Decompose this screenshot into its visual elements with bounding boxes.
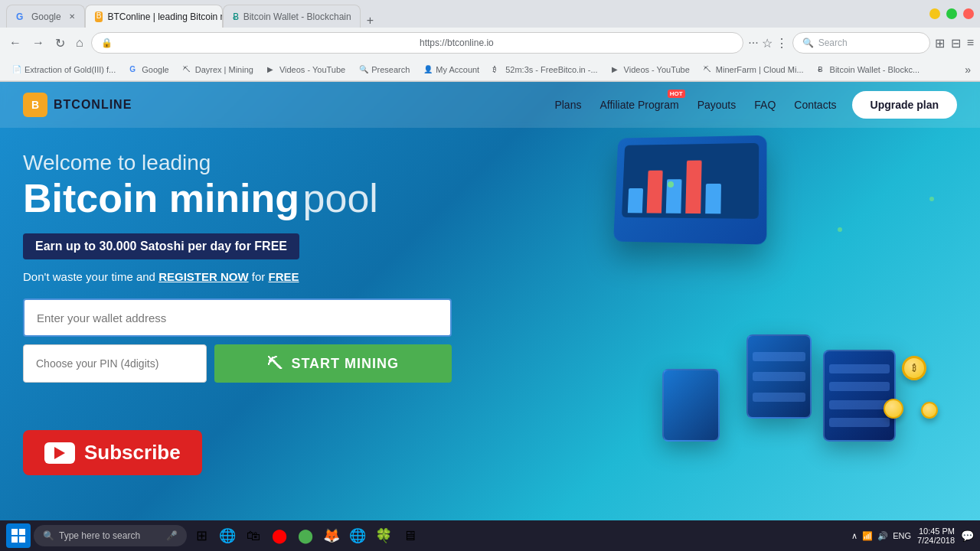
- forward-button[interactable]: →: [29, 33, 47, 53]
- chrome-icon[interactable]: 🌐: [346, 524, 369, 547]
- hero-badge: Earn up to 30.000 Satoshi per day for FR…: [23, 233, 299, 259]
- wallet-address-input[interactable]: [23, 298, 452, 337]
- bookmark-favicon: G: [129, 65, 139, 74]
- nav-affiliate[interactable]: Affiliate Program: [599, 99, 678, 111]
- bookmark-blockchain[interactable]: Ƀ Bitcoin Wallet - Blockc...: [812, 64, 926, 76]
- bookmark-minerfarm[interactable]: ⛏ MinerFarm | Cloud Mi...: [697, 64, 810, 76]
- bookmark-youtube1[interactable]: ▶ Videos - YouTube: [261, 64, 351, 76]
- browser-search-bar[interactable]: 🔍 Search: [792, 32, 930, 54]
- refresh-button[interactable]: ↻: [52, 33, 68, 54]
- tab-google-label: Google: [31, 11, 61, 22]
- browser-chrome: G Google ✕ B BTConline | leading Bitcoin…: [0, 0, 980, 82]
- start-mining-button[interactable]: ⛏ START MINING: [214, 344, 452, 383]
- mining-form: ⛏ START MINING: [23, 298, 452, 383]
- nav-plans[interactable]: Plans: [554, 99, 581, 111]
- network-icon[interactable]: 📶: [862, 531, 873, 541]
- svg-rect-3: [19, 536, 25, 543]
- store-icon[interactable]: 🛍: [242, 524, 265, 547]
- taskbar-time-display: 10:45 PM: [917, 527, 955, 536]
- bookmark-favicon: Ƀ: [818, 65, 827, 74]
- back-button[interactable]: ←: [6, 33, 24, 53]
- hero-for: for: [252, 270, 269, 283]
- bookmark-extraction[interactable]: 📄 Extraction of Gold(III) f...: [6, 64, 122, 76]
- bookmarks-more-button[interactable]: »: [962, 64, 974, 76]
- form-row: ⛏ START MINING: [23, 344, 452, 383]
- search-icon: 🔍: [43, 530, 54, 541]
- star-icon[interactable]: ⋮: [776, 36, 788, 51]
- nav-payouts[interactable]: Payouts: [697, 99, 737, 111]
- start-button[interactable]: [6, 523, 31, 548]
- bookmark-favicon: ⛏: [704, 65, 713, 74]
- site-nav: B BTCONLINE Plans Affiliate Program Payo…: [0, 82, 980, 128]
- tab-google[interactable]: G Google ✕: [6, 5, 85, 28]
- bookmark-favicon: 🔍: [359, 65, 368, 74]
- volume-icon[interactable]: 🔊: [877, 531, 888, 541]
- address-bar[interactable]: 🔒 https://btconline.io: [91, 32, 744, 54]
- bookmark-favicon: 👤: [423, 65, 433, 74]
- extensions-icon[interactable]: ⊞: [935, 36, 945, 51]
- free-link[interactable]: FREE: [269, 270, 299, 283]
- tab-btconline-label: BTConline | leading Bitcoin mi...: [107, 11, 222, 22]
- pin-input[interactable]: [23, 344, 207, 383]
- hero-title-bold: Bitcoin mining: [23, 176, 299, 220]
- bookmark-favicon: ▶: [267, 65, 276, 74]
- logo-text: BTCONLINE: [54, 98, 132, 112]
- toolbar-icons: ⊞ ⊟ ≡: [935, 36, 974, 51]
- site-logo: B BTCONLINE: [23, 93, 132, 117]
- register-link[interactable]: REGISTER NOW: [158, 270, 249, 283]
- bookmark-freebitco[interactable]: ₿ 52m:3s - FreeBitco.in -...: [487, 64, 603, 76]
- bookmark-label: Dayrex | Mining: [195, 65, 253, 74]
- bookmark-youtube2[interactable]: ▶ Videos - YouTube: [606, 64, 696, 76]
- notification-icon[interactable]: 💬: [961, 530, 974, 542]
- lang-label: ENG: [893, 531, 911, 540]
- bookmark-presearch[interactable]: 🔍 Presearch: [353, 64, 416, 76]
- svg-rect-0: [11, 529, 18, 535]
- bookmark-myaccount[interactable]: 👤 My Account: [417, 64, 485, 76]
- bookmark-icon[interactable]: ☆: [762, 36, 773, 51]
- bookmark-dayrex[interactable]: ⛏ Dayrex | Mining: [177, 64, 260, 76]
- edge-icon[interactable]: 🌐: [216, 524, 239, 547]
- taskbar-icon-green[interactable]: ⬤: [294, 524, 317, 547]
- taskbar-icon-red[interactable]: ⬤: [268, 524, 291, 547]
- taskbar-right: ∧ 📶 🔊 ENG 10:45 PM 7/24/2018 💬: [851, 527, 974, 545]
- hero-section: Welcome to leading Bitcoin mining pool E…: [0, 128, 980, 398]
- menu-icon[interactable]: ≡: [967, 36, 974, 50]
- more-options-icon[interactable]: ···: [748, 36, 758, 50]
- server-row: [829, 400, 890, 409]
- upgrade-button[interactable]: Upgrade plan: [852, 91, 957, 119]
- new-tab-button[interactable]: +: [361, 14, 380, 28]
- address-url: https://btconline.io: [420, 37, 733, 48]
- bookmark-google[interactable]: G Google: [123, 64, 175, 76]
- sidebar-icon[interactable]: ⊟: [951, 36, 961, 51]
- taskview-icon[interactable]: ⊞: [190, 524, 213, 547]
- nav-contacts[interactable]: Contacts: [794, 99, 836, 111]
- hero-subtitle: Welcome to leading: [23, 151, 957, 175]
- bookmarks-bar: 📄 Extraction of Gold(III) f... G Google …: [0, 58, 980, 81]
- subscribe-button[interactable]: Subscribe: [23, 430, 202, 475]
- maximize-button[interactable]: [946, 8, 957, 19]
- bitcoin-coin-3: [921, 402, 938, 419]
- taskbar-date-display: 7/24/2018: [917, 536, 955, 545]
- firefox-icon[interactable]: 🦊: [320, 524, 343, 547]
- tab-btconline[interactable]: B BTConline | leading Bitcoin mi... ✕: [85, 5, 223, 28]
- close-button[interactable]: [963, 8, 974, 19]
- taskbar: 🔍 Type here to search 🎤 ⊞ 🌐 🛍 ⬤ ⬤ 🦊 🌐 🍀 …: [0, 520, 980, 551]
- tab-google-close[interactable]: ✕: [69, 12, 75, 21]
- home-button[interactable]: ⌂: [73, 33, 87, 53]
- clover-icon[interactable]: 🍀: [372, 524, 395, 547]
- address-actions: ··· ☆ ⋮: [748, 36, 787, 51]
- tab-blockchain[interactable]: Ƀ Bitcoin Wallet - Blockchain ✕: [223, 5, 361, 28]
- nav-faq[interactable]: FAQ: [754, 99, 776, 111]
- mining-icon: ⛏: [267, 355, 283, 373]
- expand-tray-icon[interactable]: ∧: [851, 531, 858, 541]
- window-controls: [929, 8, 974, 19]
- monitor-icon[interactable]: 🖥: [398, 524, 421, 547]
- hero-title-light: pool: [303, 176, 378, 220]
- bookmark-label: Bitcoin Wallet - Blockc...: [830, 65, 920, 74]
- taskbar-search-label: Type here to search: [59, 530, 140, 541]
- taskbar-clock[interactable]: 10:45 PM 7/24/2018: [917, 527, 955, 545]
- youtube-icon: [44, 442, 75, 464]
- minimize-button[interactable]: [929, 8, 940, 19]
- bookmark-label: Extraction of Gold(III) f...: [24, 65, 116, 74]
- taskbar-search[interactable]: 🔍 Type here to search 🎤: [34, 525, 187, 546]
